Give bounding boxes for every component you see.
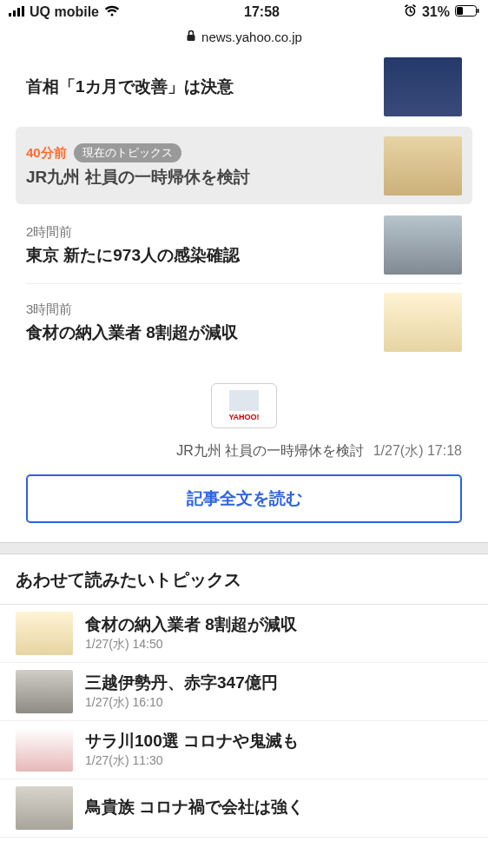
- topics-list: 首相「1カ月で改善」は決意 40分前 現在のトピックス JR九州 社員の一時帰休…: [0, 49, 488, 369]
- alarm-icon: [404, 4, 417, 20]
- related-thumbnail: [16, 670, 73, 713]
- topic-thumbnail: [384, 215, 462, 275]
- battery-icon: [455, 4, 479, 20]
- svg-rect-1: [13, 10, 16, 17]
- carrier-label: UQ mobile: [30, 4, 99, 20]
- article-caption: JR九州 社員の一時帰休を検討 1/27(水) 17:18: [0, 437, 488, 474]
- related-list: 食材の納入業者 8割超が減収 1/27(水) 14:50 三越伊勢丹、赤字347…: [0, 604, 488, 838]
- current-topic-badge: 現在のトピックス: [74, 143, 181, 162]
- section-divider: [0, 542, 488, 554]
- url-bar[interactable]: news.yahoo.co.jp: [0, 24, 488, 49]
- status-bar: UQ mobile 17:58 31%: [0, 0, 488, 24]
- topic-item[interactable]: 3時間前 食材の納入業者 8割超が減収: [26, 283, 462, 361]
- related-time: 1/27(水) 11:30: [85, 753, 472, 769]
- source-logo-image: [229, 390, 259, 411]
- signal-bars-icon: [9, 4, 24, 20]
- svg-rect-6: [457, 7, 463, 15]
- related-thumbnail: [16, 612, 73, 655]
- related-item[interactable]: サラ川100選 コロナや鬼滅も 1/27(水) 11:30: [0, 721, 488, 779]
- related-title: 鳥貴族 コロナ禍で会社は強く: [85, 797, 472, 818]
- topic-item[interactable]: 2時間前 東京 新たに973人の感染確認: [26, 206, 462, 283]
- related-time: 1/27(水) 14:50: [85, 637, 472, 653]
- related-thumbnail: [16, 728, 73, 772]
- svg-rect-7: [478, 9, 479, 13]
- topic-title: 首相「1カ月で改善」は決意: [26, 76, 373, 98]
- svg-rect-8: [188, 35, 195, 41]
- related-item[interactable]: 食材の納入業者 8割超が減収 1/27(水) 14:50: [0, 605, 488, 663]
- topic-time: 40分前: [26, 145, 67, 162]
- source-logo-card[interactable]: YAHOO!: [211, 383, 277, 428]
- topic-item[interactable]: 首相「1カ月で改善」は決意: [26, 49, 462, 125]
- wifi-icon: [104, 4, 120, 20]
- topic-time: 3時間前: [26, 301, 72, 318]
- battery-percent: 31%: [422, 4, 450, 20]
- related-time: 1/27(水) 16:10: [85, 695, 472, 711]
- topic-item-current[interactable]: 40分前 現在のトピックス JR九州 社員の一時帰休を検討: [16, 127, 472, 204]
- clock: 17:58: [244, 4, 280, 20]
- read-full-article-button[interactable]: 記事全文を読む: [26, 474, 462, 523]
- topic-title: 東京 新たに973人の感染確認: [26, 244, 373, 267]
- related-item[interactable]: 三越伊勢丹、赤字347億円 1/27(水) 16:10: [0, 663, 488, 721]
- svg-rect-0: [9, 13, 11, 17]
- caption-timestamp: 1/27(水) 17:18: [373, 443, 462, 458]
- url-domain: news.yahoo.co.jp: [201, 30, 302, 44]
- related-item[interactable]: 鳥貴族 コロナ禍で会社は強く: [0, 779, 488, 838]
- related-title: 食材の納入業者 8割超が減収: [85, 614, 472, 635]
- related-title: サラ川100選 コロナや鬼滅も: [85, 731, 472, 752]
- source-logo-text: YAHOO!: [228, 413, 259, 421]
- related-heading: あわせて読みたいトピックス: [0, 554, 488, 604]
- topic-title: 食材の納入業者 8割超が減収: [26, 321, 373, 344]
- topic-thumbnail: [384, 57, 462, 116]
- related-title: 三越伊勢丹、赤字347億円: [85, 673, 472, 693]
- caption-title: JR九州 社員の一時帰休を検討: [176, 443, 364, 458]
- topic-thumbnail: [384, 293, 462, 352]
- related-thumbnail: [16, 786, 73, 830]
- svg-rect-2: [17, 8, 20, 17]
- svg-rect-3: [22, 6, 24, 17]
- topic-thumbnail: [384, 136, 462, 195]
- topic-time: 2時間前: [26, 224, 72, 241]
- lock-icon: [186, 30, 196, 44]
- topic-title: JR九州 社員の一時帰休を検討: [26, 166, 373, 189]
